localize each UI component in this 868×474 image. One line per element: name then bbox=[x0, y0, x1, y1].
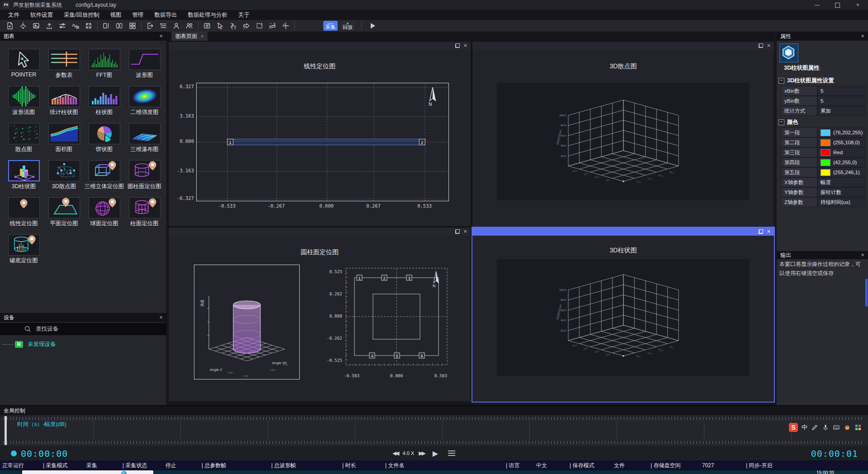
close-icon[interactable]: × bbox=[767, 229, 770, 234]
window-3d-scatter[interactable]: × 3D散点图 100.080.060.040.020.020.020.040.… bbox=[472, 42, 774, 226]
menu-item-3[interactable]: 视图 bbox=[110, 11, 121, 19]
record-icon[interactable] bbox=[19, 21, 28, 30]
scrollbar-thumb[interactable] bbox=[865, 279, 868, 307]
sliders-icon[interactable] bbox=[58, 21, 67, 30]
property-row-第三段[interactable]: 第三段 Red bbox=[781, 147, 865, 157]
property-row-第二段[interactable]: 第二段 (255,108,0) bbox=[781, 137, 865, 147]
new-file-icon[interactable] bbox=[5, 21, 14, 30]
chart-tile-waveflow[interactable]: 波形流图 bbox=[4, 86, 44, 116]
collapse-icon[interactable]: − bbox=[778, 119, 784, 125]
exit-door-icon[interactable] bbox=[146, 21, 155, 30]
users-icon[interactable] bbox=[185, 21, 194, 30]
property-row-统计方式[interactable]: 统计方式 累加 bbox=[781, 106, 865, 116]
ime-brand-icon[interactable]: S bbox=[789, 423, 798, 432]
device-search-input[interactable]: 查找设备 bbox=[0, 323, 166, 335]
property-value[interactable]: (255,108,0) bbox=[817, 137, 865, 147]
chart-tile-area[interactable]: 面积图 bbox=[44, 123, 84, 153]
timeline-playhead[interactable] bbox=[5, 416, 7, 445]
play-icon[interactable] bbox=[368, 21, 377, 30]
taskbar-search-box[interactable] bbox=[22, 470, 153, 474]
section-settings[interactable]: − 3D柱状图属性设置 bbox=[778, 77, 834, 85]
section-colors[interactable]: − 颜色 bbox=[778, 118, 798, 126]
selected-chart-type-icon[interactable] bbox=[779, 43, 798, 62]
restore-icon[interactable] bbox=[455, 229, 460, 234]
panel-grid-icon[interactable] bbox=[128, 21, 137, 30]
basket-icon[interactable] bbox=[844, 424, 851, 431]
ime-language-toggle[interactable]: 中 bbox=[802, 423, 807, 431]
marquee-icon[interactable] bbox=[255, 21, 264, 30]
collapse-icon[interactable]: − bbox=[778, 78, 784, 84]
restore-icon[interactable] bbox=[455, 43, 460, 48]
crosshair-icon[interactable] bbox=[281, 21, 290, 30]
property-value[interactable]: Red bbox=[817, 147, 865, 157]
menu-item-2[interactable]: 采集/回放控制 bbox=[64, 11, 99, 19]
rewind-button[interactable]: ◀◀ bbox=[392, 450, 398, 456]
property-value[interactable]: 振铃计数 bbox=[817, 187, 865, 197]
playback-button[interactable]: 回放 bbox=[340, 21, 355, 31]
property-value[interactable]: 持续时间(us) bbox=[817, 197, 865, 207]
property-row-Z轴参数[interactable]: Z轴参数 持续时间(us) bbox=[781, 197, 865, 207]
chart-tile-pointer[interactable]: POINTER bbox=[4, 49, 44, 79]
menu-icon[interactable] bbox=[447, 450, 456, 456]
property-row-第四段[interactable]: 第四段 (42,255,0) bbox=[781, 157, 865, 167]
cursor-icon[interactable] bbox=[216, 21, 225, 30]
minimize-button[interactable] bbox=[807, 0, 827, 10]
close-button[interactable]: × bbox=[848, 0, 868, 10]
chart-tile-bars[interactable]: 柱状图 bbox=[84, 86, 124, 116]
close-icon[interactable]: × bbox=[861, 252, 864, 258]
user-icon[interactable] bbox=[172, 21, 181, 30]
property-row-第五段[interactable]: 第五段 (255,246,1) bbox=[781, 167, 865, 177]
timeline[interactable]: 时间（s）-幅度(dB) S 中 bbox=[0, 415, 868, 446]
expand-icon[interactable] bbox=[84, 21, 93, 30]
chart-tile-wave[interactable]: 波形图 bbox=[124, 49, 165, 79]
chart-tile-waterfall[interactable]: 三维瀑布图 bbox=[124, 123, 165, 153]
play-button[interactable]: ▶ bbox=[433, 449, 438, 458]
panel-left-icon[interactable] bbox=[102, 21, 111, 30]
close-icon[interactable]: × bbox=[767, 43, 770, 48]
chart-tile-plane-pin[interactable]: 平面定位图 bbox=[44, 197, 84, 228]
arrow-right-icon[interactable] bbox=[242, 21, 251, 30]
chart-tile-param[interactable]: 参数表 bbox=[44, 49, 84, 79]
close-icon[interactable]: × bbox=[159, 315, 163, 320]
property-row-X轴参数[interactable]: X轴参数 幅度 bbox=[781, 177, 865, 187]
menu-item-1[interactable]: 软件设置 bbox=[30, 11, 53, 19]
playback-speed[interactable]: 4.0 X bbox=[402, 450, 414, 456]
keyboard-icon[interactable] bbox=[833, 424, 840, 431]
tab-close-icon[interactable]: × bbox=[201, 33, 203, 39]
fast-forward-button[interactable]: ▶▶ bbox=[419, 450, 424, 456]
property-row-Y轴参数[interactable]: Y轴参数 振铃计数 bbox=[781, 187, 865, 197]
chart-tile-bar3d[interactable]: 3D柱状图 bbox=[4, 160, 44, 190]
close-icon[interactable]: × bbox=[463, 229, 467, 234]
device-tree-item[interactable]: R 未发现设备 bbox=[0, 339, 56, 349]
microphone-icon[interactable] bbox=[822, 424, 829, 431]
chart-tile-tank-pin[interactable]: 罐底定位图 bbox=[4, 234, 44, 265]
chart-tile-scatter3d[interactable]: 3D散点图 bbox=[44, 160, 84, 190]
property-row-第一段[interactable]: 第一段 (76,202,255) bbox=[781, 128, 865, 137]
pen-icon[interactable] bbox=[811, 424, 818, 431]
property-value[interactable]: (76,202,255) bbox=[817, 128, 865, 137]
capture-button[interactable]: 采集 bbox=[323, 21, 338, 31]
chart-tile-heatmap[interactable]: 二维强度图 bbox=[124, 86, 165, 116]
hand-icon[interactable] bbox=[229, 21, 238, 30]
window-3d-bar[interactable]: × 3D柱状图 100.080.060.040.020.020.020.040.… bbox=[472, 228, 774, 402]
chart-tile-cyl-pin[interactable]: 圆柱面定位图 bbox=[124, 160, 165, 190]
window-linear-location[interactable]: × 线性定位图 12N 6.3273.1630.000-3.163-6.327-… bbox=[169, 42, 471, 226]
restore-icon[interactable] bbox=[759, 43, 763, 48]
maximize-button[interactable] bbox=[827, 0, 848, 10]
property-row-xBin数[interactable]: xBin数 5 bbox=[781, 86, 865, 96]
chart-tile-line-pin[interactable]: 线性定位图 bbox=[4, 197, 44, 228]
close-icon[interactable]: × bbox=[159, 33, 163, 39]
image-icon[interactable] bbox=[32, 21, 41, 30]
list-icon[interactable] bbox=[159, 21, 168, 30]
attach-icon[interactable] bbox=[203, 21, 212, 30]
wave-tune-icon[interactable] bbox=[71, 21, 80, 30]
close-icon[interactable]: × bbox=[861, 33, 864, 39]
property-value[interactable]: (255,246,1) bbox=[817, 167, 865, 177]
chart-tile-statbars[interactable]: 统计柱状图 bbox=[44, 86, 84, 116]
property-value[interactable]: 幅度 bbox=[817, 177, 865, 187]
menu-item-6[interactable]: 数据处理与分析 bbox=[188, 11, 227, 19]
menu-item-5[interactable]: 数据导出 bbox=[154, 11, 177, 19]
chart-tile-pie[interactable]: 饼状图 bbox=[84, 123, 124, 153]
property-row-yBin数[interactable]: yBin数 5 bbox=[781, 96, 865, 106]
menu-item-4[interactable]: 管理 bbox=[132, 11, 143, 19]
